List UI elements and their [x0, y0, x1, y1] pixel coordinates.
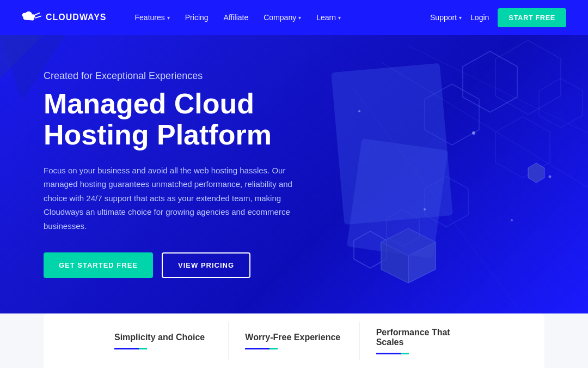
hero-content: Created for Exceptional Experiences Mana…: [0, 70, 354, 279]
get-started-button[interactable]: GET STARTED FREE: [44, 252, 153, 278]
svg-marker-13: [528, 163, 544, 183]
svg-marker-7: [425, 177, 468, 227]
navbar: CLOUDWAYS Features ▾ Pricing Affiliate C…: [0, 0, 588, 35]
nav-features[interactable]: Features ▾: [128, 9, 176, 26]
nav-support[interactable]: Support ▾: [430, 13, 462, 22]
company-chevron-icon: ▾: [298, 15, 301, 21]
learn-chevron-icon: ▾: [338, 15, 341, 21]
cloudways-logo-icon: [22, 11, 41, 24]
hero-title: Managed Cloud Hosting Platform: [44, 88, 310, 150]
underline-blue-icon: [114, 348, 139, 349]
svg-marker-2: [425, 84, 479, 145]
svg-line-21: [354, 89, 517, 307]
nav-login[interactable]: Login: [470, 13, 489, 22]
underline-blue-3-icon: [376, 353, 401, 354]
nav-right: Support ▾ Login START FREE: [430, 8, 566, 27]
svg-marker-0: [463, 51, 517, 112]
support-chevron-icon: ▾: [459, 15, 462, 21]
underline-green-icon: [139, 348, 147, 349]
hero-subtitle: Created for Exceptional Experiences: [44, 70, 310, 82]
svg-marker-3: [495, 117, 550, 178]
feature-cards: Simplicity and Choice Worry-Free Experie…: [44, 313, 544, 368]
svg-marker-10: [381, 228, 436, 283]
svg-point-15: [549, 176, 552, 178]
svg-point-18: [358, 110, 360, 112]
svg-point-16: [424, 208, 426, 210]
nav-links: Features ▾ Pricing Affiliate Company ▾ L…: [128, 9, 431, 26]
feature-card-worry-free: Worry-Free Experience: [229, 322, 359, 360]
logo-area[interactable]: CLOUDWAYS: [22, 11, 107, 24]
start-free-button[interactable]: START FREE: [498, 8, 566, 27]
svg-marker-5: [354, 231, 387, 268]
cards-wrapper: Simplicity and Choice Worry-Free Experie…: [0, 313, 588, 368]
svg-line-19: [381, 62, 588, 188]
card-underline-simplicity: [114, 348, 147, 349]
svg-point-17: [511, 219, 513, 221]
svg-line-20: [408, 46, 588, 133]
feature-card-performance: Performance That Scales: [360, 317, 490, 365]
svg-marker-4: [539, 79, 583, 128]
card-underline-worry-free: [245, 348, 278, 349]
underline-blue-2-icon: [245, 348, 270, 349]
svg-marker-6: [387, 209, 419, 246]
card-title-worry-free: Worry-Free Experience: [245, 333, 342, 342]
feature-card-simplicity: Simplicity and Choice: [98, 322, 229, 360]
nav-learn[interactable]: Learn ▾: [310, 9, 347, 26]
hero-description: Focus on your business and avoid all the…: [44, 164, 310, 233]
hero-section: Created for Exceptional Experiences Mana…: [0, 35, 588, 313]
svg-marker-12: [408, 242, 436, 283]
card-title-performance: Performance That Scales: [376, 328, 474, 347]
nav-pricing[interactable]: Pricing: [179, 9, 215, 26]
brand-name: CLOUDWAYS: [46, 13, 107, 22]
svg-point-14: [472, 131, 475, 135]
card-underline-performance: [376, 353, 409, 354]
view-pricing-button[interactable]: VIEW PRICING: [162, 252, 250, 278]
nav-company[interactable]: Company ▾: [257, 9, 308, 26]
hero-buttons: GET STARTED FREE VIEW PRICING: [44, 252, 310, 278]
underline-green-2-icon: [270, 348, 278, 349]
svg-marker-11: [381, 242, 408, 283]
svg-marker-1: [495, 40, 561, 114]
svg-rect-9: [347, 138, 448, 258]
features-chevron-icon: ▾: [167, 15, 170, 21]
underline-green-3-icon: [401, 353, 409, 354]
card-title-simplicity: Simplicity and Choice: [114, 333, 212, 342]
nav-affiliate[interactable]: Affiliate: [217, 9, 255, 26]
